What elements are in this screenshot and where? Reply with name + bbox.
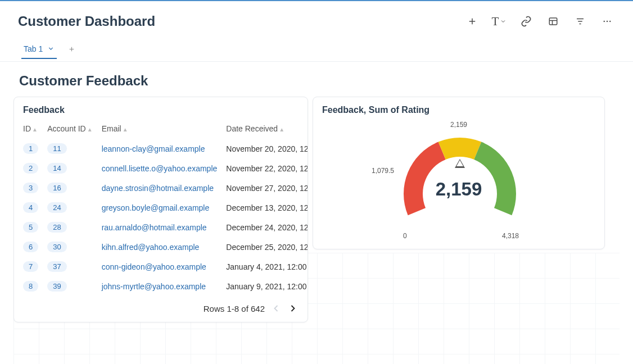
id-pill[interactable]: 7 (23, 261, 38, 272)
email-link[interactable]: greyson.boyle@gmail.example (102, 203, 210, 212)
date-cell: December 24, 2020, 12:00 (221, 217, 308, 237)
pager-label: Rows 1-8 of 642 (204, 304, 265, 313)
table-row[interactable]: 424greyson.boyle@gmail.exampleDecember 1… (14, 198, 308, 217)
sort-asc-icon: ▲ (279, 126, 284, 133)
table-row[interactable]: 839johns-myrtle@yahoo.exampleJanuary 9, … (14, 276, 308, 296)
account-pill[interactable]: 24 (47, 202, 66, 213)
svg-point-1 (604, 21, 605, 22)
email-link[interactable]: kihn.alfred@yahoo.example (102, 243, 200, 252)
tab-bar: Tab 1 (0, 42, 633, 62)
email-link[interactable]: johns-myrtle@yahoo.example (102, 282, 206, 291)
date-cell: December 13, 2020, 12:00 (221, 198, 308, 217)
id-pill[interactable]: 6 (23, 242, 38, 252)
id-pill[interactable]: 2 (23, 163, 38, 174)
col-id[interactable]: ID▲ (14, 121, 43, 139)
date-cell: December 25, 2020, 12:00 (221, 237, 308, 257)
date-cell: January 4, 2021, 12:00 AM (221, 257, 308, 276)
account-pill[interactable]: 14 (47, 163, 66, 174)
section-title: Customer Feedback (19, 73, 626, 89)
id-pill[interactable]: 1 (23, 143, 38, 154)
gauge-title: Feedback, Sum of Rating (322, 105, 595, 121)
account-pill[interactable]: 11 (47, 143, 66, 154)
more-button[interactable] (599, 13, 615, 29)
gauge-label-max: 4,318 (502, 232, 519, 240)
table-row[interactable]: 630kihn.alfred@yahoo.exampleDecember 25,… (14, 237, 308, 257)
link-button[interactable] (518, 13, 534, 29)
account-pill[interactable]: 39 (47, 281, 66, 292)
svg-point-2 (607, 21, 608, 22)
sort-asc-icon: ▲ (32, 126, 38, 133)
tab-1[interactable]: Tab 1 (21, 44, 57, 59)
filter-button[interactable] (572, 13, 588, 29)
layout-button[interactable] (545, 13, 561, 29)
account-pill[interactable]: 30 (47, 242, 66, 252)
pager-prev[interactable] (270, 303, 282, 314)
account-pill[interactable]: 16 (47, 183, 66, 193)
add-button[interactable] (464, 13, 480, 29)
add-tab-button[interactable] (68, 46, 75, 57)
email-link[interactable]: connell.lisette.o@yahoo.example (102, 164, 218, 173)
table-row[interactable]: 737conn-gideon@yahoo.exampleJanuary 4, 2… (14, 257, 308, 276)
table-row[interactable]: 111leannon-clay@gmail.exampleNovember 20… (14, 139, 308, 158)
id-pill[interactable]: 4 (23, 202, 38, 213)
chevron-down-icon (47, 45, 55, 52)
pager-next[interactable] (287, 303, 299, 314)
gauge-chart: 2,159 0 1,079.5 2,159 4,318 (322, 121, 595, 243)
date-cell: November 22, 2020, 12:00 (221, 158, 308, 178)
table-header-row: ID▲ Account ID▲ Email▲ Date Received▲ (14, 121, 308, 139)
email-link[interactable]: conn-gideon@yahoo.example (102, 262, 206, 271)
account-pill[interactable]: 37 (47, 261, 66, 272)
email-link[interactable]: dayne.strosin@hotmail.example (102, 184, 214, 193)
svg-rect-0 (549, 18, 557, 25)
feedback-table-title: Feedback (14, 105, 308, 121)
col-account[interactable]: Account ID▲ (43, 121, 97, 139)
gauge-card[interactable]: Feedback, Sum of Rating (313, 97, 605, 249)
account-pill[interactable]: 28 (47, 222, 66, 233)
feedback-table-card[interactable]: Feedback ID▲ Account ID▲ Email▲ Date Rec… (13, 97, 308, 322)
date-cell: November 20, 2020, 12:00 (221, 139, 308, 158)
text-style-button[interactable]: T (491, 13, 507, 29)
id-pill[interactable]: 8 (23, 281, 38, 292)
feedback-table: ID▲ Account ID▲ Email▲ Date Received▲ 11… (14, 121, 308, 296)
pager: Rows 1-8 of 642 (14, 296, 308, 314)
header: Customer Dashboard T (0, 1, 633, 42)
tab-1-label: Tab 1 (24, 44, 43, 53)
date-cell: November 27, 2020, 12:00 (221, 178, 308, 198)
id-pill[interactable]: 3 (23, 183, 38, 193)
table-row[interactable]: 528rau.arnaldo@hotmail.exampleDecember 2… (14, 217, 308, 237)
gauge-label-mid: 1,079.5 (372, 167, 394, 175)
gauge-label-top: 2,159 (450, 121, 467, 129)
canvas: Customer Feedback Feedback ID▲ Account I… (0, 62, 633, 364)
col-date[interactable]: Date Received▲ (221, 121, 308, 139)
col-email[interactable]: Email▲ (97, 121, 222, 139)
table-row[interactable]: 316dayne.strosin@hotmail.exampleNovember… (14, 178, 308, 198)
table-row[interactable]: 214connell.lisette.o@yahoo.exampleNovemb… (14, 158, 308, 178)
gauge-value: 2,159 (436, 179, 482, 200)
gauge-label-min: 0 (403, 232, 407, 240)
gauge-pointer (455, 159, 465, 168)
sort-asc-icon: ▲ (87, 126, 93, 133)
email-link[interactable]: leannon-clay@gmail.example (102, 144, 205, 153)
date-cell: January 9, 2021, 12:00 AM (221, 276, 308, 296)
svg-point-3 (609, 21, 611, 22)
sort-asc-icon: ▲ (123, 126, 128, 133)
page-title: Customer Dashboard (18, 13, 155, 29)
toolbar: T (464, 13, 615, 29)
email-link[interactable]: rau.arnaldo@hotmail.example (102, 223, 207, 232)
id-pill[interactable]: 5 (23, 222, 38, 233)
